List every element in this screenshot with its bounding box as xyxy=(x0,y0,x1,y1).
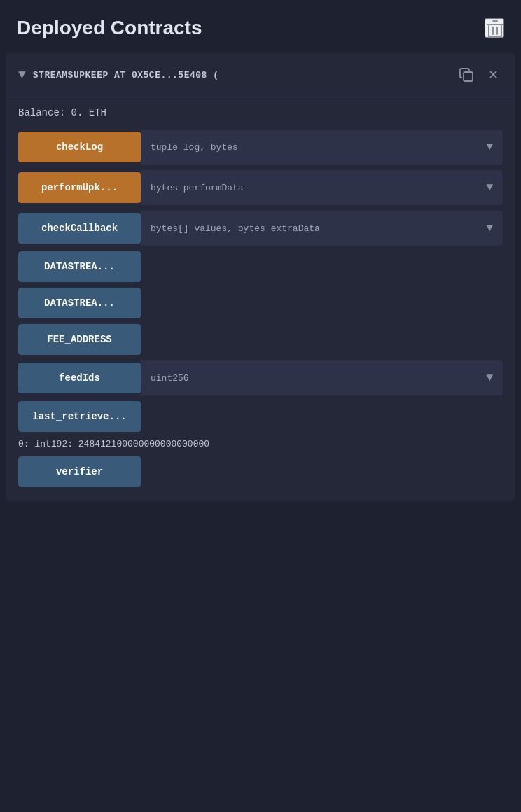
datastream2-button[interactable]: DATASTREA... xyxy=(18,288,141,318)
feedids-params: uint256 ▼ xyxy=(141,360,503,396)
function-row: verifier xyxy=(18,456,503,487)
svg-rect-2 xyxy=(488,25,489,38)
checklog-params: tuple log, bytes ▼ xyxy=(141,130,503,164)
checkcallback-button[interactable]: checkCallback xyxy=(18,213,141,244)
contract-name: STREAMSUPKEEP AT 0X5CE...5E408 ( xyxy=(33,70,449,80)
performupkeep-params: bytes performData ▼ xyxy=(141,170,503,205)
copy-address-button[interactable] xyxy=(456,64,477,85)
svg-rect-7 xyxy=(464,72,473,81)
svg-rect-0 xyxy=(487,24,503,25)
svg-rect-3 xyxy=(501,25,502,38)
function-row: DATASTREA... xyxy=(18,251,503,282)
page-title: Deployed Contracts xyxy=(17,17,202,39)
functions-list: checkLog tuple log, bytes ▼ performUpk..… xyxy=(6,125,515,432)
checkcallback-chevron-icon[interactable]: ▼ xyxy=(486,222,493,234)
performupkeep-chevron-icon[interactable]: ▼ xyxy=(486,181,493,194)
function-row: DATASTREA... xyxy=(18,288,503,318)
checklog-button[interactable]: checkLog xyxy=(18,132,141,162)
function-row: feedIds uint256 ▼ xyxy=(18,360,503,396)
checkcallback-params: bytes[] values, bytes extraData ▼ xyxy=(141,211,503,246)
contract-panel: ▼ STREAMSUPKEEP AT 0X5CE...5E408 ( ✕ Bal… xyxy=(6,53,515,501)
close-contract-button[interactable]: ✕ xyxy=(484,64,503,85)
fee-address-button[interactable]: FEE_ADDRESS xyxy=(18,324,141,355)
function-row: last_retrieve... xyxy=(18,401,503,432)
svg-rect-5 xyxy=(492,27,494,35)
function-row: checkCallback bytes[] values, bytes extr… xyxy=(18,211,503,246)
function-row: performUpk... bytes performData ▼ xyxy=(18,170,503,205)
function-row: FEE_ADDRESS xyxy=(18,324,503,355)
datastream1-button[interactable]: DATASTREA... xyxy=(18,251,141,282)
expand-chevron-icon[interactable]: ▼ xyxy=(18,68,26,82)
checklog-chevron-icon[interactable]: ▼ xyxy=(486,141,493,153)
feedids-chevron-icon[interactable]: ▼ xyxy=(486,372,493,384)
svg-rect-6 xyxy=(496,27,498,35)
svg-rect-1 xyxy=(492,20,498,22)
feedids-button[interactable]: feedIds xyxy=(18,363,141,393)
performupkeep-button[interactable]: performUpk... xyxy=(18,172,141,203)
last-retrieve-button[interactable]: last_retrieve... xyxy=(18,401,141,432)
contract-header: ▼ STREAMSUPKEEP AT 0X5CE...5E408 ( ✕ xyxy=(6,53,515,97)
page-header: Deployed Contracts xyxy=(0,0,521,53)
function-row: checkLog tuple log, bytes ▼ xyxy=(18,130,503,164)
last-retrieve-result: 0: int192: 248412100000000000000000 xyxy=(6,432,515,452)
balance-display: Balance: 0. ETH xyxy=(6,97,515,125)
svg-rect-4 xyxy=(488,36,502,38)
verifier-button[interactable]: verifier xyxy=(18,456,141,487)
trash-button[interactable] xyxy=(485,18,504,38)
functions-list-2: verifier xyxy=(6,452,515,487)
